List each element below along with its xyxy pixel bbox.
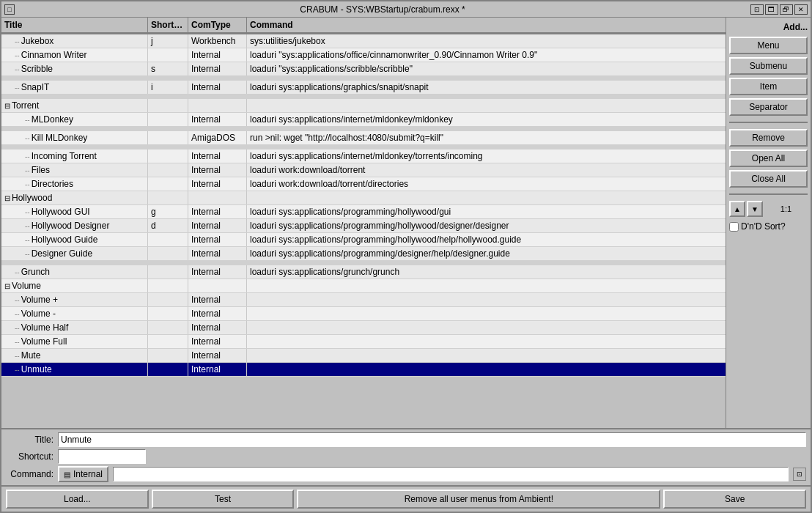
- item-button[interactable]: Item: [729, 78, 808, 95]
- title-field-row: Title:: [6, 432, 806, 447]
- window-close-box[interactable]: □: [4, 4, 15, 15]
- tree-branch-icon: --: [15, 268, 20, 276]
- arrow-up-btn[interactable]: ▲: [729, 201, 745, 217]
- expand-icon[interactable]: ⊟: [4, 194, 10, 202]
- submenu-button[interactable]: Submenu: [729, 57, 808, 75]
- shortcut-input[interactable]: [58, 449, 146, 464]
- table-row[interactable]: --UnmuteInternal: [1, 363, 726, 377]
- tree-branch-icon: --: [25, 166, 30, 174]
- bottom-panel: Title: Shortcut: Command: ▤ Internal ⊡: [1, 428, 811, 485]
- close-all-button[interactable]: Close All: [729, 170, 808, 188]
- table-row[interactable]: --Designer GuideInternalloaduri sys:appl…: [1, 247, 726, 261]
- table-row[interactable]: --MLDonkeyInternalloaduri sys:applicatio…: [1, 113, 726, 127]
- tree-branch-icon: --: [25, 222, 30, 230]
- table-row[interactable]: --Incoming TorrentInternalloaduri sys:ap…: [1, 150, 726, 163]
- table-row[interactable]: --JukeboxjWorkbenchsys:utilities/jukebox: [1, 34, 726, 48]
- table-row[interactable]: --Volume FullInternal: [1, 335, 726, 349]
- table-row[interactable]: --FilesInternalloaduri work:download/tor…: [1, 163, 726, 177]
- remove-all-button[interactable]: Remove all user menus from Ambient!: [297, 490, 660, 509]
- tree-branch-icon: --: [25, 180, 30, 188]
- cmd-type-button[interactable]: ▤ Internal: [58, 466, 108, 482]
- arrow-down-btn[interactable]: ▼: [747, 201, 763, 217]
- tree-branch-icon: --: [25, 134, 30, 142]
- col-header-command: Command: [247, 18, 726, 33]
- window-close-btn[interactable]: ✕: [794, 4, 808, 15]
- row-shortcut: [148, 293, 188, 306]
- row-comtype: [188, 191, 247, 204]
- row-comtype: Internal: [188, 335, 247, 348]
- dnd-sort-checkbox[interactable]: [729, 222, 739, 232]
- shortcut-field-row: Shortcut:: [6, 449, 806, 464]
- command-input[interactable]: [113, 467, 789, 481]
- title-input[interactable]: [58, 432, 806, 447]
- table-row[interactable]: --Hollywood DesignerdInternalloaduri sys…: [1, 219, 726, 233]
- row-title: Hollywood: [12, 193, 52, 203]
- row-comtype: Internal: [188, 177, 247, 191]
- row-title: Volume: [12, 281, 41, 291]
- cmd-type-icon: ▤: [64, 470, 70, 479]
- row-comtype: Internal: [188, 219, 247, 232]
- row-title: Designer Guide: [32, 248, 92, 259]
- row-shortcut: g: [148, 205, 188, 218]
- row-shortcut: d: [148, 219, 188, 232]
- table-row[interactable]: ⊟ Volume: [1, 279, 726, 293]
- table-row[interactable]: --Cinnamon WriterInternalloaduri "sys:ap…: [1, 48, 726, 62]
- row-title: Volume +: [21, 295, 58, 305]
- expand-icon[interactable]: ⊟: [4, 102, 10, 110]
- row-shortcut: [148, 363, 188, 376]
- table-row[interactable]: --Volume HalfInternal: [1, 321, 726, 335]
- row-command: loaduri sys:applications/internet/mldonk…: [247, 150, 726, 163]
- remove-button[interactable]: Remove: [729, 129, 808, 147]
- row-command: [247, 335, 726, 348]
- ratio-label: 1:1: [764, 204, 808, 213]
- table-row[interactable]: --DirectoriesInternalloaduri work:downlo…: [1, 177, 726, 191]
- tree-branch-icon: --: [15, 352, 20, 360]
- test-button[interactable]: Test: [152, 490, 295, 509]
- window-restore-btn[interactable]: 🗗: [780, 4, 793, 15]
- table-row[interactable]: --MuteInternal: [1, 349, 726, 363]
- load-button[interactable]: Load...: [6, 490, 149, 509]
- row-shortcut: [148, 279, 188, 292]
- separator-button[interactable]: Separator: [729, 98, 808, 116]
- row-title: Hollywood Designer: [32, 221, 110, 231]
- main-content: Title Shortcut ComType Command --Jukebox…: [1, 18, 811, 428]
- row-shortcut: [148, 131, 188, 144]
- row-command: loaduri sys:applications/programming/hol…: [247, 205, 726, 218]
- tree-table[interactable]: Title Shortcut ComType Command --Jukebox…: [1, 18, 726, 428]
- command-field-label: Command:: [6, 469, 53, 479]
- window-zoom-btn[interactable]: 🗖: [765, 4, 778, 15]
- open-all-button[interactable]: Open All: [729, 150, 808, 167]
- window-minimize-btn[interactable]: ⊡: [750, 4, 764, 15]
- table-row[interactable]: --Volume -Internal: [1, 307, 726, 321]
- tree-branch-icon: --: [25, 152, 30, 160]
- row-command: [247, 363, 726, 376]
- row-shortcut: i: [148, 81, 188, 94]
- row-title: Torrent: [12, 100, 39, 111]
- table-row[interactable]: --Hollywood GUIgInternalloaduri sys:appl…: [1, 205, 726, 219]
- save-button[interactable]: Save: [663, 490, 806, 509]
- table-row[interactable]: --Kill MLDonkeyAmigaDOSrun >nil: wget "h…: [1, 131, 726, 145]
- table-row[interactable]: ⊟ Hollywood: [1, 191, 726, 205]
- row-comtype: Internal: [188, 363, 247, 376]
- expand-icon[interactable]: ⊟: [4, 282, 10, 290]
- row-title: Cinnamon Writer: [21, 50, 87, 60]
- table-row[interactable]: --ScribblesInternalloaduri "sys:applicat…: [1, 62, 726, 76]
- command-browse-icon[interactable]: ⊡: [793, 468, 806, 481]
- table-row[interactable]: --SnapITiInternalloaduri sys:application…: [1, 81, 726, 95]
- tree-branch-icon: --: [15, 84, 20, 92]
- table-row[interactable]: ⊟ Torrent: [1, 99, 726, 113]
- row-comtype: Internal: [188, 307, 247, 320]
- row-shortcut: j: [148, 34, 188, 48]
- tree-branch-icon: --: [25, 250, 30, 258]
- tree-branch-icon: --: [15, 366, 20, 374]
- shortcut-field-label: Shortcut:: [6, 451, 53, 462]
- row-title: Unmute: [21, 364, 52, 374]
- row-command: [247, 321, 726, 334]
- table-row[interactable]: --Volume +Internal: [1, 293, 726, 307]
- table-row[interactable]: --Hollywood GuideInternalloaduri sys:app…: [1, 233, 726, 247]
- row-comtype: Internal: [188, 113, 247, 126]
- table-row[interactable]: --GrunchInternalloaduri sys:applications…: [1, 265, 726, 279]
- menu-button[interactable]: Menu: [729, 37, 808, 54]
- row-comtype: Internal: [188, 205, 247, 218]
- row-comtype: AmigaDOS: [188, 131, 247, 144]
